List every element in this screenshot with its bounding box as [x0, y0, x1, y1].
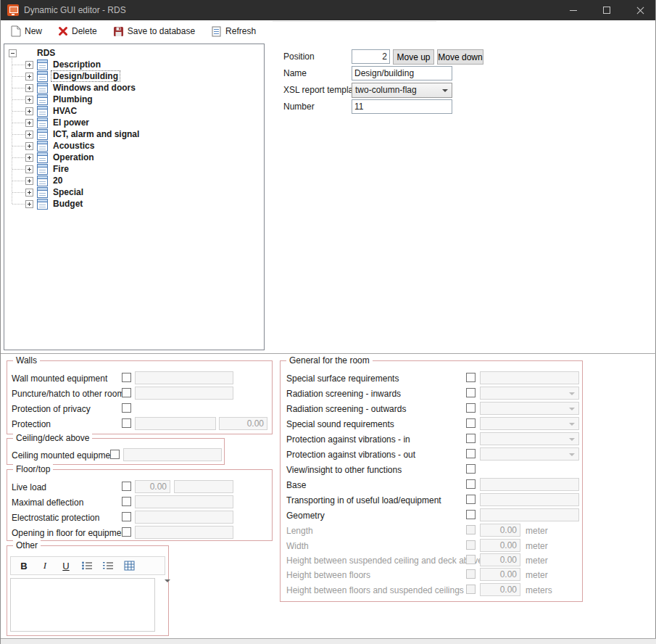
- tree-item-label[interactable]: Fire: [51, 164, 70, 174]
- tree-item-label-selected[interactable]: Design/building: [51, 71, 120, 81]
- toolbar-overflow-icon[interactable]: [165, 579, 170, 582]
- position-input[interactable]: [352, 49, 390, 64]
- tree-item-design-building[interactable]: Design/building: [4, 70, 264, 82]
- electrostatic-protection-checkbox[interactable]: [122, 512, 131, 521]
- collapse-icon[interactable]: [9, 49, 17, 57]
- new-button-label: New: [25, 26, 42, 36]
- transporting-checkbox[interactable]: [466, 495, 476, 504]
- move-down-button[interactable]: Move down: [437, 49, 483, 65]
- tree-item-label[interactable]: Windows and doors: [51, 83, 137, 93]
- tree-item-el-power[interactable]: El power: [4, 117, 264, 128]
- live-load-checkbox[interactable]: [122, 482, 131, 491]
- tree-item-special[interactable]: Special: [4, 186, 264, 198]
- radiation-inwards-checkbox[interactable]: [466, 388, 476, 397]
- tree-item-label[interactable]: Budget: [51, 199, 84, 209]
- puncture-hatch-checkbox[interactable]: [122, 388, 131, 397]
- expand-icon[interactable]: [25, 84, 33, 92]
- tree-item-plumbing[interactable]: Plumbing: [4, 94, 264, 105]
- expand-icon[interactable]: [25, 61, 33, 69]
- tree-item-operation[interactable]: Operation: [4, 152, 264, 163]
- maximal-deflection-checkbox[interactable]: [122, 497, 131, 506]
- ceiling-mounted-equipment-field: [123, 448, 222, 461]
- expand-icon[interactable]: [25, 107, 33, 115]
- height-between-floors-checkbox: [466, 569, 476, 579]
- move-up-button[interactable]: Move up: [393, 49, 434, 65]
- tree-item-label[interactable]: HVAC: [51, 106, 78, 116]
- height-between-floors-unit: meter: [526, 570, 548, 580]
- tree-item-label[interactable]: Special: [51, 187, 85, 197]
- tree-root-node[interactable]: RDS: [4, 47, 264, 59]
- tree-item-hvac[interactable]: HVAC: [4, 105, 264, 117]
- tree-item-label[interactable]: Operation: [51, 152, 96, 162]
- expand-icon[interactable]: [25, 73, 33, 80]
- height-floors-suspended-ceilings-value-field: 0.00: [480, 583, 520, 596]
- vibrations-out-checkbox[interactable]: [466, 449, 476, 458]
- vibrations-out-label: Protection against vibrations - out: [286, 450, 415, 460]
- tree-item-acoustics[interactable]: Acoustics: [4, 140, 264, 152]
- form-node-icon: [37, 71, 48, 82]
- expand-icon[interactable]: [25, 154, 33, 162]
- base-checkbox[interactable]: [466, 479, 476, 489]
- number-input[interactable]: [352, 99, 452, 114]
- expand-icon[interactable]: [25, 165, 33, 173]
- close-button[interactable]: [623, 0, 656, 20]
- new-button[interactable]: New: [7, 23, 46, 39]
- height-between-floors-value-field: 0.00: [480, 568, 520, 581]
- xsl-template-value: two-column-flag: [355, 85, 417, 95]
- bold-button[interactable]: B: [18, 559, 30, 572]
- radiation-outwards-checkbox[interactable]: [466, 403, 476, 413]
- expand-icon[interactable]: [25, 96, 33, 104]
- minimize-button[interactable]: [557, 0, 590, 20]
- vibrations-in-select: [480, 432, 579, 445]
- save-to-database-button[interactable]: Save to database: [109, 24, 199, 39]
- puncture-hatch-field: [135, 387, 233, 400]
- tree-item-20[interactable]: 20: [4, 175, 264, 186]
- tree-item-label[interactable]: Plumbing: [51, 94, 94, 104]
- geometry-checkbox[interactable]: [466, 510, 476, 519]
- numbered-list-button[interactable]: [102, 559, 114, 572]
- refresh-button[interactable]: Refresh: [207, 24, 260, 39]
- expand-icon[interactable]: [25, 189, 33, 197]
- ceiling-mounted-equipment-checkbox[interactable]: [110, 450, 120, 459]
- tree-item-label[interactable]: El power: [51, 117, 91, 128]
- live-load-field: [174, 480, 233, 493]
- view-insight-checkbox[interactable]: [466, 464, 476, 474]
- underline-button[interactable]: U: [60, 559, 72, 572]
- tree-item-ict-alarm-signal[interactable]: ICT, alarm and signal: [4, 128, 264, 140]
- expand-icon[interactable]: [25, 200, 33, 208]
- xsl-template-select[interactable]: two-column-flag: [352, 83, 452, 98]
- wall-mounted-equipment-label: Wall mounted equipment: [12, 373, 107, 384]
- position-label: Position: [283, 51, 315, 62]
- tree-item-label[interactable]: Acoustics: [51, 141, 96, 151]
- view-insight-label: View/insight to other functions: [286, 465, 402, 475]
- form-node-icon: [37, 164, 48, 175]
- opening-in-floor-checkbox[interactable]: [122, 527, 131, 537]
- tree-item-budget[interactable]: Budget: [4, 198, 264, 210]
- special-surface-checkbox[interactable]: [466, 373, 476, 382]
- expand-icon[interactable]: [25, 142, 33, 150]
- tree-item-description[interactable]: Description: [4, 59, 264, 70]
- delete-button[interactable]: Delete: [54, 24, 101, 38]
- expand-icon[interactable]: [25, 177, 33, 185]
- tree-item-label[interactable]: Description: [51, 59, 102, 70]
- protection-of-privacy-checkbox[interactable]: [122, 403, 131, 413]
- maximize-button[interactable]: [590, 0, 623, 20]
- vibrations-in-checkbox[interactable]: [466, 434, 476, 443]
- tree-item-label[interactable]: 20: [51, 176, 64, 186]
- expand-icon[interactable]: [25, 119, 33, 127]
- special-sound-checkbox[interactable]: [466, 418, 476, 428]
- tree-item-label[interactable]: ICT, alarm and signal: [51, 129, 141, 139]
- form-node-icon: [37, 106, 48, 117]
- other-richtext-area[interactable]: [10, 578, 155, 632]
- tree-root-label[interactable]: RDS: [36, 48, 57, 58]
- expand-icon[interactable]: [25, 131, 33, 139]
- insert-table-button[interactable]: [123, 559, 135, 572]
- name-input[interactable]: [352, 66, 452, 80]
- form-node-icon: [37, 199, 48, 210]
- protection-checkbox[interactable]: [122, 418, 131, 428]
- bullet-list-button[interactable]: [81, 559, 93, 572]
- italic-button[interactable]: I: [39, 559, 51, 572]
- tree-item-fire[interactable]: Fire: [4, 163, 264, 175]
- tree-item-windows-and-doors[interactable]: Windows and doors: [4, 82, 264, 94]
- wall-mounted-equipment-checkbox[interactable]: [122, 373, 131, 382]
